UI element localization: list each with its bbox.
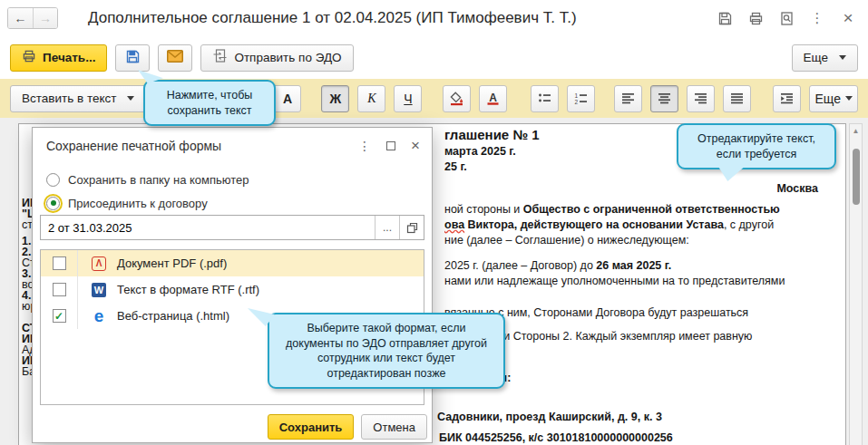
radio-label: Присоединить к договору [68, 197, 208, 210]
window-icons: ⋮ × [716, 9, 857, 27]
save-confirm-button[interactable]: Сохранить [268, 414, 355, 440]
more-button-toolbar2[interactable]: Еще [809, 85, 858, 112]
back-arrow-icon: ← [15, 11, 27, 25]
save-dialog: Сохранение печатной формы ⋮ × Сохранить … [32, 127, 433, 443]
radio-option-0[interactable]: Сохранить в папку на компьютер [46, 168, 249, 191]
main-toolbar: Печать... Отправить по ЭДО Еще [0, 36, 868, 79]
numbered-list-button[interactable]: 12 [567, 85, 595, 112]
forward-button[interactable]: → [33, 8, 57, 28]
close-icon[interactable]: × [411, 138, 420, 153]
insert-to-text-button[interactable]: Вставить в текст [10, 85, 146, 112]
insert-to-text-label: Вставить в текст [22, 92, 116, 105]
mail-button[interactable] [158, 44, 192, 72]
font-button[interactable]: A [273, 85, 301, 112]
more-label: Еще [804, 51, 828, 64]
chevron-down-icon [839, 55, 846, 60]
format-row-0[interactable]: ΛДокумент PDF (.pdf) [41, 250, 424, 276]
indent-icon [779, 91, 795, 106]
maximize-icon[interactable] [386, 141, 395, 150]
app-window: ← → Дополнительное соглашение 1 от 02.04… [0, 0, 868, 445]
dialog-title: Сохранение печатной формы [46, 139, 221, 153]
font-glyph: A [283, 92, 292, 106]
nav-group: ← → [7, 7, 58, 29]
format-label: Веб-страница (.html) [117, 309, 229, 323]
indent-button[interactable] [773, 85, 801, 112]
vertical-scrollbar[interactable]: ▲ [849, 123, 863, 445]
bold-button[interactable]: Ж [321, 85, 349, 112]
edge-icon: e [94, 307, 104, 324]
bullet-list-icon [537, 91, 552, 106]
format-label: Документ PDF (.pdf) [117, 256, 227, 270]
align-center-button[interactable] [650, 85, 678, 112]
edit-hint-text: Отредактируйте текст, если требуется [697, 132, 815, 160]
preview-icon[interactable] [777, 9, 795, 27]
radio-icon[interactable] [46, 173, 60, 187]
more-icon[interactable]: ⋮ [808, 9, 826, 27]
more-label: Еще [814, 92, 841, 106]
align-left-button[interactable] [614, 85, 642, 112]
print-icon[interactable] [746, 9, 765, 27]
checkbox-cell [41, 276, 78, 303]
align-right-button[interactable] [687, 85, 715, 112]
fill-color-icon [449, 91, 464, 106]
svg-text:A: A [490, 92, 498, 104]
scrollbar-thumb[interactable] [853, 149, 860, 205]
choose-button[interactable]: ... [375, 216, 399, 239]
svg-text:1: 1 [575, 92, 579, 99]
radio-label: Сохранить в папку на компьютер [68, 173, 249, 187]
chevron-down-icon [127, 96, 134, 101]
save-hint-text: Нажмите, чтобы сохранить текст [167, 89, 253, 117]
checkbox-icon[interactable] [53, 283, 66, 296]
envelope-icon [167, 50, 183, 65]
send-edo-button[interactable]: Отправить по ЭДО [200, 44, 353, 72]
more-icon[interactable]: ⋮ [358, 140, 371, 152]
italic-button[interactable]: К [357, 85, 385, 112]
titlebar: ← → Дополнительное соглашение 1 от 02.04… [0, 0, 868, 36]
format-row-1[interactable]: WТекст в формате RTF (.rtf) [41, 276, 424, 303]
pdf-icon: Λ [92, 256, 106, 271]
format-hint-callout: Выберите такой формат, если документы по… [268, 313, 505, 389]
save-button[interactable] [115, 44, 150, 72]
back-button[interactable]: ← [8, 8, 33, 28]
checkbox-checked-icon[interactable]: ✓ [53, 309, 66, 323]
radio-icon[interactable] [46, 197, 60, 210]
align-justify-button[interactable] [723, 85, 751, 112]
fill-color-button[interactable] [443, 85, 471, 112]
italic-glyph: К [367, 92, 375, 106]
edo-exchange-icon [212, 49, 228, 66]
bold-glyph: Ж [330, 92, 342, 106]
checkbox-cell [41, 250, 78, 276]
underline-button[interactable]: Ч [394, 85, 422, 112]
format-toolbar: Вставить в текст AЖКЧA12 Еще [0, 79, 868, 118]
checkbox-icon[interactable] [53, 256, 66, 270]
checkbox-cell: ✓ [41, 303, 78, 329]
send-edo-label: Отправить по ЭДО [234, 51, 341, 64]
contract-field[interactable]: 2 от 31.03.2025 ... [40, 215, 424, 240]
page-title: Дополнительное соглашение 1 от 02.04.202… [88, 9, 577, 27]
scroll-up-icon[interactable]: ▲ [850, 127, 862, 135]
format-label: Текст в формате RTF (.rtf) [117, 283, 259, 296]
more-button-toolbar1[interactable]: Еще [792, 44, 858, 72]
radio-option-1[interactable]: Присоединить к договору [46, 191, 249, 215]
open-link-icon[interactable] [399, 216, 424, 239]
chevron-down-icon [845, 96, 853, 101]
print-button[interactable]: Печать... [10, 44, 107, 72]
dialog-footer: Сохранить Отмена [268, 414, 427, 440]
cancel-button[interactable]: Отмена [361, 414, 427, 440]
underline-glyph: Ч [404, 92, 412, 106]
dialog-window-icons: ⋮ × [358, 138, 420, 153]
word-icon: W [92, 283, 106, 297]
save-icon[interactable] [716, 9, 734, 27]
format-hint-text: Выберите такой формат, если документы по… [286, 322, 487, 380]
save-hint-callout: Нажмите, чтобы сохранить текст [143, 80, 276, 126]
forward-arrow-icon: → [39, 11, 52, 25]
align-justify-icon [729, 91, 745, 106]
contract-field-value[interactable]: 2 от 31.03.2025 [41, 221, 375, 235]
close-icon[interactable]: × [839, 9, 857, 27]
edit-hint-callout: Отредактируйте текст, если требуется [677, 123, 836, 169]
save-destination-radio-group: Сохранить в папку на компьютерПрисоедини… [46, 168, 249, 215]
dialog-header: Сохранение печатной формы ⋮ × [33, 128, 432, 153]
align-right-icon [693, 91, 708, 106]
font-color-button[interactable]: A [479, 85, 507, 112]
bullet-list-button[interactable] [531, 85, 559, 112]
